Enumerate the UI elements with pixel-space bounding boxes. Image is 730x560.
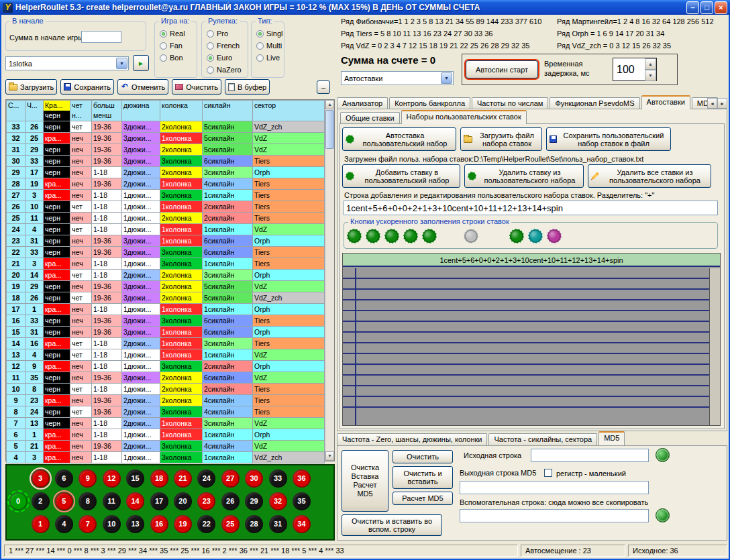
board-number-14[interactable]: 14 [126, 492, 144, 510]
source-go-button[interactable] [656, 448, 670, 462]
spin-down-icon[interactable]: ▼ [645, 70, 656, 81]
list-row[interactable] [343, 279, 709, 290]
table-row[interactable]: 3033черннеч19-363дюжи...3колонка6сиклайн… [7, 156, 325, 167]
table-row[interactable]: 2511черннеч1-181дюжи...2колонка2сиклайнT… [7, 213, 325, 224]
collapse-button[interactable]: – [317, 80, 330, 94]
board-number-5[interactable]: 5 [55, 492, 73, 510]
board-number-27[interactable]: 27 [221, 469, 240, 488]
board-number-8[interactable]: 8 [79, 492, 97, 510]
board-number-35[interactable]: 35 [293, 492, 311, 510]
radio-singl[interactable]: Singl [253, 27, 282, 40]
board-number-33[interactable]: 33 [269, 469, 287, 488]
table-row[interactable]: 2233черннеч19-363дюжи...3колонка6сиклайн… [7, 247, 325, 258]
table-row[interactable]: 134чернчет1-181дюжи...1колонка1сиклайнVd… [7, 349, 325, 361]
buffer-button[interactable]: В буфер [225, 79, 270, 95]
chip-button-6[interactable] [464, 229, 478, 243]
chip-button-5[interactable] [422, 229, 437, 243]
chevron-down-icon[interactable]: ▼ [441, 72, 452, 84]
table-row[interactable]: 1135черннеч19-363дюжи...2колонка6сиклайн… [7, 372, 325, 384]
bet-string-input[interactable] [344, 201, 718, 215]
board-number-15[interactable]: 15 [126, 469, 144, 488]
tab-Частота - сиклайны, сектора[interactable]: Частота - сиклайны, сектора [488, 433, 597, 445]
board-number-32[interactable]: 32 [269, 492, 287, 510]
board-number-12[interactable]: 12 [103, 469, 121, 488]
table-row[interactable]: 43кра...неч1-181дюжи...3колонка1сиклайнV… [7, 452, 325, 463]
list-row[interactable] [343, 397, 709, 408]
chip-button-1[interactable] [347, 229, 362, 243]
table-row[interactable]: 129кра...неч1-181дюжи...3колонка2сиклайн… [7, 361, 325, 372]
remove-all-bets-button[interactable]: Удалить все ставки из пользовательского … [588, 164, 711, 188]
md5-output-input[interactable] [460, 481, 649, 494]
autobet-user-set-button[interactable]: Автоставка пользовательский набор [342, 127, 456, 151]
scroll-up-icon[interactable]: ▲ [325, 100, 334, 109]
table-row[interactable]: 1929черннеч19-363дюжи...2колонка5сиклайн… [7, 281, 325, 292]
board-number-10[interactable]: 10 [103, 515, 121, 533]
table-row[interactable]: 2014кра...чет1-182дюжи...2колонка3сиклай… [7, 270, 325, 281]
radio-real[interactable]: Real [156, 27, 195, 40]
radio-nazero[interactable]: NaZero [203, 64, 246, 76]
table-row[interactable]: 213кра...неч1-181дюжи...3колонка1сиклайн… [7, 258, 325, 270]
radio-live[interactable]: Live [253, 52, 282, 64]
chip-button-9[interactable] [547, 229, 562, 243]
slot-combo[interactable]: 1slotka ▼ [5, 56, 129, 70]
board-number-0[interactable]: 0 [9, 492, 28, 510]
board-number-1[interactable]: 1 [32, 515, 50, 533]
bet-list-scrollbar[interactable] [709, 268, 720, 425]
list-row[interactable] [343, 376, 709, 386]
chip-button-2[interactable] [366, 229, 380, 243]
board-number-29[interactable]: 29 [245, 492, 263, 510]
tab-Контроль банкролла[interactable]: Контроль банкролла [389, 97, 470, 109]
chevron-down-icon[interactable]: ▼ [116, 58, 127, 69]
board-number-34[interactable]: 34 [293, 515, 311, 533]
board-number-24[interactable]: 24 [197, 469, 215, 488]
table-row[interactable]: 171кра...неч1-181дюжи...1колонка1сиклайн… [7, 304, 325, 315]
tab-Функционал PsevdoMS[interactable]: Функционал PsevdoMS [550, 97, 639, 109]
board-number-22[interactable]: 22 [197, 515, 215, 533]
board-number-16[interactable]: 16 [150, 515, 168, 533]
table-row[interactable]: 923кра...неч19-362дюжи...2колонка4сиклай… [7, 395, 325, 406]
board-number-26[interactable]: 26 [221, 492, 240, 510]
table-row[interactable]: 1633черннеч19-363дюжи...3колонка6сиклайн… [7, 315, 325, 327]
radio-multi[interactable]: Multi [253, 40, 282, 52]
list-row[interactable] [343, 386, 709, 397]
board-number-23[interactable]: 23 [197, 492, 215, 510]
tab-Общие ставки[interactable]: Общие ставки [340, 112, 400, 124]
board-number-13[interactable]: 13 [126, 515, 144, 533]
table-row[interactable]: 1416кра...чет1-182дюжи...1колонка3сиклай… [7, 338, 325, 349]
board-number-18[interactable]: 18 [150, 469, 168, 488]
md5-clear-paste-calc-button[interactable]: Очистка Вставка Расчет MD5 [342, 450, 388, 512]
table-row[interactable]: 108чернчет1-181дюжи...2колонка2сиклайнTi… [7, 384, 325, 395]
md5-clear-paste-aux-button[interactable]: Очистить и вставить во вспом. строку [342, 514, 442, 536]
table-row[interactable]: 824чернчет19-362дюжи...3колонка4сиклайнT… [7, 406, 325, 418]
tab-Частота - Zero, шансы, дюжины, колонки[interactable]: Частота - Zero, шансы, дюжины, колонки [337, 433, 487, 445]
play-button[interactable]: ► [133, 55, 149, 71]
table-row[interactable]: 273кра...неч1-181дюжи...3колонка1сиклайн… [7, 190, 325, 201]
table-row[interactable]: 244чернчет1-181дюжи...1колонка1сиклайнVd… [7, 224, 325, 235]
tab-Наборы пользовательских ставок[interactable]: Наборы пользовательских ставок [401, 110, 527, 124]
save-set-file-button[interactable]: Сохранить пользовательский набор ставок … [546, 127, 671, 151]
md5-clear-button[interactable]: Очистить [393, 450, 453, 463]
table-scrollbar[interactable]: ▲ ▼ [325, 100, 334, 461]
autospin-start-button[interactable]: Автоспин старт [466, 60, 538, 78]
minimize-button[interactable]: – [686, 1, 699, 14]
table-row[interactable]: 2610чернчет1-181дюжи...1колонка2сиклайнT… [7, 201, 325, 213]
list-row[interactable] [343, 365, 709, 376]
list-row[interactable] [343, 322, 709, 333]
table-row[interactable]: 3326чернчет19-363дюжи...2колонка5сиклайн… [7, 121, 325, 133]
source-string-input[interactable] [531, 449, 649, 462]
load-button[interactable]: Загрузить [5, 79, 57, 95]
tab-scroll-left-icon[interactable]: ◄ [707, 98, 717, 109]
list-row[interactable] [343, 343, 709, 354]
list-row[interactable] [343, 300, 709, 311]
tab-MD5[interactable]: MD5 [598, 431, 625, 445]
table-row[interactable]: 61кра...неч1-181дюжи...1колонка1сиклайнO… [7, 429, 325, 441]
board-number-36[interactable]: 36 [293, 469, 311, 488]
board-number-19[interactable]: 19 [174, 515, 192, 533]
save-button[interactable]: Сохранить [60, 79, 114, 95]
table-row[interactable]: 521кра...неч19-362дюжи...3колонка4сиклай… [7, 441, 325, 452]
spin-up-icon[interactable]: ▲ [645, 58, 656, 70]
board-number-28[interactable]: 28 [245, 515, 263, 533]
lowercase-checkbox[interactable] [544, 469, 552, 477]
table-row[interactable]: 713черннеч1-182дюжи...1колонка3сиклайнVd… [7, 418, 325, 429]
scroll-down-icon[interactable]: ▼ [325, 451, 334, 461]
